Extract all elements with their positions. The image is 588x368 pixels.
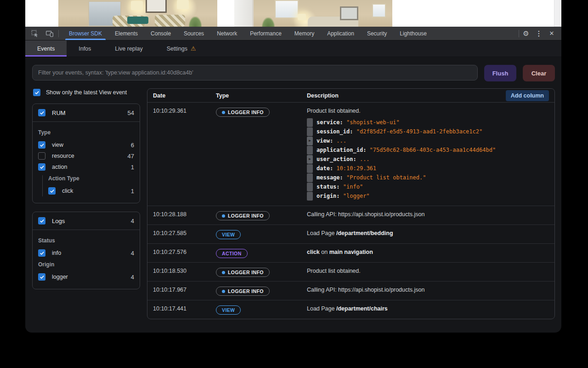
group-checkbox[interactable] — [38, 217, 45, 224]
json-text: application_id: "75d50c62-8b66-403c-a453… — [313, 145, 496, 155]
badge-label: VIEW — [222, 232, 235, 237]
flush-button[interactable]: Flush — [484, 65, 516, 81]
group-checkbox[interactable] — [38, 109, 45, 116]
filter-view-checkbox[interactable] — [38, 141, 45, 149]
filter-resource-checkbox[interactable] — [38, 152, 45, 160]
filter-group-header[interactable]: RUM54 — [33, 104, 140, 122]
description-text: on — [320, 249, 329, 255]
json-expand-icon[interactable]: ▶ — [307, 155, 313, 164]
filter-click-checkbox[interactable] — [48, 187, 56, 195]
filter-item-count: 47 — [128, 153, 134, 160]
product-photo-bedroom-right[interactable] — [234, 0, 392, 27]
sdk-tab-infos[interactable]: Infos — [67, 40, 103, 57]
sdk-tab-events[interactable]: Events — [25, 40, 67, 57]
filter-subgroup: Action Typeclick1 — [42, 175, 134, 196]
json-gutter — [307, 118, 313, 127]
devtools-tab-elements[interactable]: Elements — [108, 27, 144, 40]
json-viewer: service: "shopist-web-ui"session_id: "d2… — [307, 118, 549, 201]
filter-item-action[interactable]: action1 — [38, 161, 134, 172]
sdk-tab-live-replay[interactable]: Live replay — [103, 40, 154, 57]
filter-item-view[interactable]: view6 — [38, 139, 134, 150]
filter-item-click[interactable]: click1 — [48, 185, 134, 196]
devtools-tab-application[interactable]: Application — [321, 27, 361, 40]
json-text: message: "Product list obtained." — [313, 173, 426, 182]
filter-item-resource[interactable]: resource47 — [38, 150, 134, 161]
devtools-panel: Browser SDKElementsConsoleSourcesNetwork… — [25, 27, 561, 333]
column-date: Date — [153, 92, 216, 99]
filter-logger-checkbox[interactable] — [38, 273, 45, 281]
device-toolbar-icon[interactable] — [44, 28, 56, 39]
badge-label: VIEW — [222, 307, 235, 313]
logger-info-dot-icon — [222, 290, 225, 293]
sdk-tab-label: Live replay — [115, 46, 142, 52]
close-icon[interactable]: ✕ — [546, 28, 558, 39]
filter-action-checkbox[interactable] — [38, 163, 45, 171]
event-type-cell: ACTION — [216, 244, 307, 262]
triangle-right-icon: ▶ — [309, 139, 311, 143]
event-row[interactable]: 10:10:28.188LOGGER INFOCalling API: http… — [147, 206, 554, 225]
description-text: click — [307, 249, 320, 255]
devtools-tab-console[interactable]: Console — [144, 27, 177, 40]
event-description: Product list obtained. — [307, 263, 549, 281]
filter-item-label: resource — [52, 153, 121, 159]
filter-info-checkbox[interactable] — [38, 249, 45, 257]
filter-item-logger[interactable]: logger4 — [38, 271, 134, 282]
devtools-tab-memory[interactable]: Memory — [288, 27, 321, 40]
sdk-tab-bar: EventsInfosLive replaySettings⚠ — [25, 40, 561, 57]
event-row[interactable]: 10:10:27.585VIEWLoad Page /department/be… — [147, 225, 554, 244]
filter-item-count: 6 — [131, 142, 134, 149]
event-type-cell: VIEW — [216, 225, 307, 243]
devtools-tab-sources[interactable]: Sources — [177, 27, 210, 40]
latest-view-checkbox[interactable] — [33, 89, 40, 96]
latest-view-toggle[interactable]: Show only the latest View event — [33, 89, 140, 96]
event-type-cell: LOGGER INFO — [216, 263, 307, 281]
json-gutter — [307, 164, 313, 173]
filter-item-label: info — [52, 250, 124, 256]
event-type-cell: LOGGER INFO — [216, 206, 307, 224]
page-scrollbar[interactable] — [554, 0, 561, 27]
filter-item-count: 1 — [131, 188, 134, 195]
clear-button[interactable]: Clear — [523, 65, 555, 81]
badge-label: LOGGER INFO — [228, 213, 264, 218]
devtools-tab-security[interactable]: Security — [361, 27, 393, 40]
sdk-tab-settings[interactable]: Settings⚠ — [155, 40, 208, 57]
badge-label: LOGGER INFO — [228, 288, 264, 294]
event-row[interactable]: 10:10:27.576ACTIONclick on main navigati… — [147, 244, 554, 263]
json-expand-icon[interactable]: ▶ — [307, 137, 313, 145]
kebab-menu-icon[interactable]: ⋮ — [533, 28, 545, 39]
devtools-tab-network[interactable]: Network — [210, 27, 243, 40]
event-date: 10:10:17.967 — [153, 282, 216, 300]
event-row[interactable]: 10:10:17.441VIEWLoad Page /department/ch… — [147, 300, 554, 319]
event-row[interactable]: 10:10:29.361LOGGER INFOProduct list obta… — [147, 103, 554, 206]
event-type-badge-logger-info: LOGGER INFO — [216, 287, 270, 296]
devtools-tab-lighthouse[interactable]: Lighthouse — [393, 27, 433, 40]
json-key: message: — [317, 174, 346, 181]
json-line: service: "shopist-web-ui" — [307, 118, 549, 127]
json-value: ... — [336, 138, 346, 144]
settings-gear-icon[interactable]: ⚙ — [520, 28, 532, 39]
browser-window: Browser SDKElementsConsoleSourcesNetwork… — [25, 0, 561, 333]
logger-info-dot-icon — [222, 111, 225, 114]
filter-item-info[interactable]: info4 — [38, 247, 134, 259]
json-text: view: ... — [313, 136, 346, 145]
devtools-tab-browser-sdk[interactable]: Browser SDK — [62, 27, 108, 40]
json-value: "info" — [343, 184, 363, 190]
filter-group-logs: Logs4Statusinfo4Originlogger4 — [32, 212, 140, 289]
group-label: RUM — [52, 109, 121, 116]
event-row[interactable]: 10:10:18.530LOGGER INFOProduct list obta… — [147, 263, 554, 282]
filter-group-header[interactable]: Logs4 — [33, 212, 140, 230]
events-table: Date Type Description Add column 10:10:2… — [147, 88, 555, 319]
add-column-button[interactable]: Add column — [506, 90, 549, 101]
devtools-tab-performance[interactable]: Performance — [243, 27, 288, 40]
json-value: ... — [360, 156, 370, 162]
filter-input[interactable] — [32, 65, 478, 80]
event-description: Load Page /department/bedding — [307, 225, 549, 243]
json-line: status: "info" — [307, 182, 549, 191]
product-photo-bedroom-left[interactable] — [58, 0, 217, 27]
event-row[interactable]: 10:10:17.967LOGGER INFOCalling API: http… — [147, 282, 554, 300]
json-value: "75d50c62-8b66-403c-a453-aaa1c44d64bd" — [370, 147, 496, 153]
json-text: status: "info" — [313, 182, 363, 191]
inspect-icon[interactable] — [29, 28, 41, 39]
json-key: view: — [317, 138, 336, 144]
section-label: Action Type — [48, 175, 134, 182]
